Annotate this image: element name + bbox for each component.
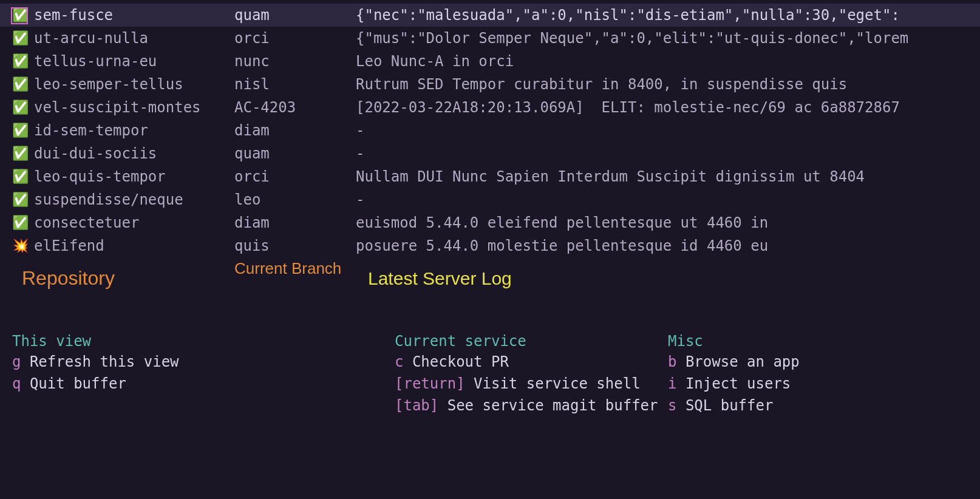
repo-name: tellus-urna-eu [34,53,234,70]
repo-name: ut-arcu-nulla [34,30,234,47]
branch-name: orci [234,168,356,185]
help-key: q [12,375,21,392]
help-item[interactable]: [return] Visit service shell [395,373,668,395]
log-line: Rutrum SED Tempor curabitur in 8400, in … [356,76,980,93]
log-line: - [356,145,980,162]
branch-name: nunc [234,53,356,70]
log-line: {"mus":"Dolor Semper Neque","a":0,"elit"… [356,30,980,47]
log-line: euismod 5.44.0 eleifend pellentesque ut … [356,214,980,231]
service-row[interactable]: ✅leo-quis-tempororciNullam DUI Nunc Sapi… [0,165,980,188]
service-row[interactable]: ✅vel-suscipit-montesAC-4203[2022-03-22A1… [0,96,980,119]
help-key: c [395,353,403,370]
help-title: Misc [668,333,800,350]
help-item[interactable]: c Checkout PR [395,351,668,373]
help-col-current-service: Current service c Checkout PR[return] Vi… [395,333,668,416]
collision-icon: 💥 [12,239,34,253]
repo-name: dui-dui-sociis [34,145,234,162]
check-icon: ✅ [12,193,34,206]
help-title: Current service [395,333,668,350]
branch-name: quam [234,7,356,24]
help-item[interactable]: s SQL buffer [668,395,800,416]
help-key: b [668,353,676,370]
help-item[interactable]: b Browse an app [668,351,800,373]
help-key: [return] [395,375,465,392]
help-title: This view [12,333,395,350]
log-line: [2022-03-22A18:20:13.069A] ELIT: molesti… [356,99,980,116]
service-row[interactable]: ✅leo-semper-tellusnislRutrum SED Tempor … [0,73,980,96]
help-key: i [668,375,676,392]
header-log: Latest Server Log [362,260,980,289]
help-col-this-view: This view g Refresh this viewq Quit buff… [12,333,395,416]
repo-name: sem-fusce [34,7,234,24]
check-icon: ✅ [12,101,34,114]
repo-name: suspendisse/neque [34,191,234,208]
header-repository: Repository [22,260,234,290]
help-col-misc: Misc b Browse an appi Inject userss SQL … [668,333,800,416]
branch-name: diam [234,122,356,139]
repo-name: consectetuer [34,214,234,231]
service-row[interactable]: ✅sem-fuscequam{"nec":"malesuada","a":0,"… [0,4,980,27]
repo-name: leo-semper-tellus [34,76,234,93]
check-icon: ✅ [12,32,34,45]
help-label: Browse an app [676,353,799,370]
branch-name: nisl [234,76,356,93]
repo-name: vel-suscipit-montes [34,99,234,116]
check-icon: ✅ [12,78,34,91]
help-key: g [12,353,21,370]
service-list: ✅sem-fuscequam{"nec":"malesuada","a":0,"… [0,4,980,257]
service-row[interactable]: ✅dui-dui-sociisquam- [0,142,980,165]
help-item[interactable]: i Inject users [668,373,800,395]
repo-name: leo-quis-tempor [34,168,234,185]
help-panel: This view g Refresh this viewq Quit buff… [0,302,980,416]
help-key: [tab] [395,397,438,414]
branch-name: quis [234,237,356,254]
check-icon: ✅ [12,8,34,22]
help-item[interactable]: g Refresh this view [12,351,395,373]
help-label: Checkout PR [403,353,508,370]
help-label: Visit service shell [465,375,641,392]
check-icon: ✅ [12,170,34,183]
terminal-viewport: ✅sem-fuscequam{"nec":"malesuada","a":0,"… [0,0,980,416]
branch-name: orci [234,30,356,47]
help-item[interactable]: [tab] See service magit buffer [395,395,668,416]
repo-name: id-sem-tempor [34,122,234,139]
cursor-outline [11,7,28,24]
help-label: SQL buffer [676,397,773,414]
log-line: Nullam DUI Nunc Sapien Interdum Suscipit… [356,168,980,185]
log-line: - [356,191,980,208]
service-row[interactable]: 💥elEifendquisposuere 5.44.0 molestie pel… [0,234,980,257]
check-icon: ✅ [12,124,34,137]
branch-name: diam [234,214,356,231]
header-branch: Current Branch [234,260,362,278]
column-headers: Repository Current Branch Latest Server … [0,260,980,302]
check-icon: ✅ [12,55,34,68]
branch-name: leo [234,191,356,208]
log-line: - [356,122,980,139]
service-row[interactable]: ✅tellus-urna-eununcLeo Nunc-A in orci [0,50,980,73]
branch-name: AC-4203 [234,99,356,116]
log-line: posuere 5.44.0 molestie pellentesque id … [356,237,980,254]
help-label: Refresh this view [21,353,179,370]
help-label: Inject users [676,375,791,392]
service-row[interactable]: ✅suspendisse/nequeleo- [0,188,980,211]
help-label: See service magit buffer [438,397,658,414]
check-icon: ✅ [12,216,34,229]
check-icon: ✅ [12,147,34,160]
service-row[interactable]: ✅ut-arcu-nullaorci{"mus":"Dolor Semper N… [0,27,980,50]
repo-name: elEifend [34,237,234,254]
help-key: s [668,397,676,414]
log-line: Leo Nunc-A in orci [356,53,980,70]
branch-name: quam [234,145,356,162]
help-item[interactable]: q Quit buffer [12,373,395,395]
log-line: {"nec":"malesuada","a":0,"nisl":"dis-eti… [356,7,980,24]
help-label: Quit buffer [21,375,126,392]
service-row[interactable]: ✅id-sem-tempordiam- [0,119,980,142]
service-row[interactable]: ✅consectetuerdiameuismod 5.44.0 eleifend… [0,211,980,234]
